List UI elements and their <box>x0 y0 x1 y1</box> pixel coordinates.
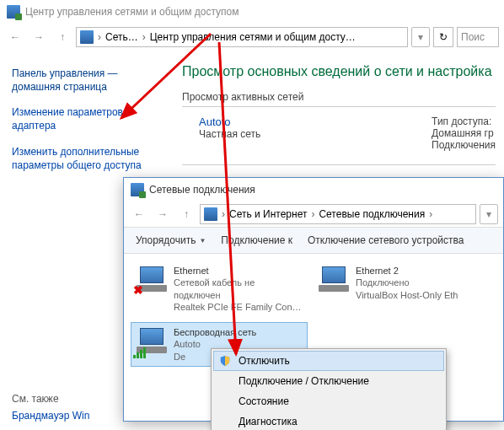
breadcrumb-history-button[interactable]: ▾ <box>480 204 498 224</box>
connection-device: VirtualBox Host-Only Eth <box>356 289 458 301</box>
forward-button[interactable]: → <box>153 204 173 224</box>
up-button[interactable]: ↑ <box>52 27 72 47</box>
see-also-label: См. также <box>12 393 59 405</box>
chevron-down-icon: ▼ <box>199 237 206 245</box>
toolbar: Упорядочить▼ Подключение к Отключение се… <box>124 227 503 254</box>
divider <box>182 106 496 107</box>
breadcrumb-part[interactable]: Сеть… <box>105 31 138 43</box>
windows-firewall-link[interactable]: Брандмауэр Win <box>12 410 89 422</box>
ctx-connect-disconnect[interactable]: Подключение / Отключение <box>213 371 444 391</box>
breadcrumb-history-button[interactable]: ▾ <box>411 27 430 47</box>
ctx-label: Состояние <box>239 395 289 407</box>
window-title: Центр управления сетями и общим доступом <box>25 6 239 18</box>
breadcrumb-part[interactable]: Сетевые подключения <box>319 208 425 220</box>
up-button[interactable]: ↑ <box>176 204 196 224</box>
signal-bars-icon <box>133 347 146 358</box>
change-sharing-settings-link[interactable]: Изменить дополнительные параметры общего… <box>12 145 165 172</box>
active-networks-label: Просмотр активных сетей <box>182 91 496 103</box>
ctx-label: Отключить <box>239 355 290 367</box>
connection-name: Беспроводная сеть <box>174 326 256 338</box>
breadcrumb-icon <box>204 207 217 221</box>
connection-name: Ethernet <box>174 265 303 277</box>
ctx-label: Диагностика <box>239 416 298 427</box>
network-connections-icon <box>131 183 144 196</box>
network-center-icon <box>7 5 20 19</box>
address-bar: ← → ↑ › Сеть и Интернет › Сетевые подклю… <box>124 202 503 227</box>
ctx-disable[interactable]: Отключить <box>213 351 444 371</box>
breadcrumb-part[interactable]: Центр управления сетями и общим досту… <box>150 31 356 43</box>
access-type-label: Тип доступа: <box>432 116 496 127</box>
network-type: Частная сеть <box>199 128 260 140</box>
organize-menu[interactable]: Упорядочить▼ <box>129 231 212 250</box>
forward-button[interactable]: → <box>29 27 49 47</box>
connection-name: Ethernet 2 <box>356 265 458 277</box>
refresh-button[interactable]: ↻ <box>433 27 453 47</box>
network-name[interactable]: Autoto <box>199 116 260 128</box>
connections-label: Подключения <box>432 139 496 151</box>
active-network-row: Autoto Частная сеть Тип доступа: Домашня… <box>182 116 496 151</box>
chevron-icon: › <box>140 31 148 43</box>
breadcrumb[interactable]: › Сеть и Интернет › Сетевые подключения … <box>200 204 476 224</box>
ctx-status[interactable]: Состояние <box>213 391 444 411</box>
disable-device-button[interactable]: Отключение сетевого устройства <box>301 231 470 250</box>
change-adapter-settings-link[interactable]: Изменение параметров адаптера <box>12 105 165 132</box>
breadcrumb[interactable]: › Сеть… › Центр управления сетями и общи… <box>76 27 408 47</box>
shield-icon <box>219 355 231 367</box>
chevron-icon: › <box>308 208 317 220</box>
ethernet-icon <box>317 265 351 295</box>
connection-device: Realtek PCIe FE Family Controller <box>174 301 303 313</box>
ctx-diagnostics[interactable]: Диагностика <box>213 411 444 430</box>
connection-status: Сетевой кабель не подключен <box>174 277 303 301</box>
disconnected-x-icon: ✖ <box>133 283 143 297</box>
address-bar: ← → ↑ › Сеть… › Центр управления сетями … <box>0 24 504 51</box>
chevron-icon: › <box>219 208 228 220</box>
titlebar: Центр управления сетями и общим доступом <box>0 0 504 24</box>
homegroup-label: Домашняя гр <box>432 127 496 139</box>
breadcrumb-part[interactable]: Сеть и Интернет <box>229 208 307 220</box>
chevron-icon: › <box>426 208 435 220</box>
search-input[interactable]: Поис <box>457 27 499 47</box>
breadcrumb-icon <box>80 30 94 44</box>
back-button[interactable]: ← <box>5 27 25 47</box>
ethernet-icon: ✖ <box>135 265 169 295</box>
back-button[interactable]: ← <box>129 204 149 224</box>
context-menu: Отключить Подключение / Отключение Состо… <box>211 348 447 430</box>
page-title: Просмотр основных сведений о сети и наст… <box>182 64 496 79</box>
chevron-icon: › <box>95 31 104 43</box>
connect-to-button[interactable]: Подключение к <box>214 231 299 250</box>
window-title: Сетевые подключения <box>149 184 255 196</box>
control-panel-home-link[interactable]: Панель управления — домашняя страница <box>12 67 165 94</box>
ctx-label: Подключение / Отключение <box>239 375 369 387</box>
titlebar: Сетевые подключения <box>124 178 503 202</box>
divider <box>182 164 496 165</box>
connection-status: Подключено <box>356 277 458 288</box>
connection-item-ethernet[interactable]: ✖ Ethernet Сетевой кабель не подключен R… <box>131 261 308 317</box>
wifi-icon <box>135 326 169 357</box>
connection-item-ethernet2[interactable]: Ethernet 2 Подключено VirtualBox Host-On… <box>313 261 490 317</box>
